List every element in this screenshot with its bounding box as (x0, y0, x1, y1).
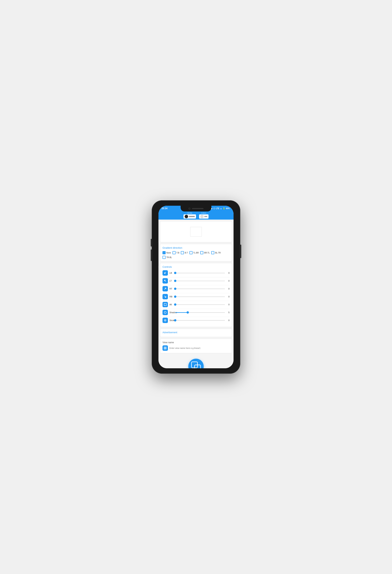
gradient-option-bt[interactable]: B-T (181, 251, 188, 254)
controls-section: Controls LB 0 (160, 263, 232, 327)
shadow-icon[interactable] (162, 310, 168, 315)
phone-screen: 20:34 ✉ ▶ ⬡ LTE ▲ 🔋 60% Stroke 000000 (158, 206, 234, 368)
gradient-option-tlbr[interactable]: TL-BR (189, 251, 199, 254)
notch (181, 206, 211, 211)
stroke-slider[interactable] (175, 320, 225, 321)
control-row-stroke: Stroke 0 (162, 318, 230, 323)
view-name-input-row (162, 345, 230, 351)
shadow-label: Shadow (169, 311, 174, 314)
stroke-color-box[interactable]: 000000 (183, 214, 196, 219)
svg-rect-4 (164, 347, 165, 348)
lt-slider[interactable] (175, 281, 225, 281)
control-row-rt: RT 0 (162, 286, 230, 291)
advertisement-title: Advertisement (162, 331, 230, 334)
gradient-option-trbl[interactable]: TR-BL (162, 256, 172, 259)
app-header: Stroke 000000 Color1 ### (158, 211, 234, 220)
all-slider[interactable] (175, 304, 225, 305)
svg-point-3 (165, 320, 166, 321)
option-label-none: None (166, 252, 171, 254)
battery-icon: 🔋 (223, 207, 225, 209)
color1-label: Color1 (201, 212, 206, 214)
lt-value: 0 (226, 280, 230, 282)
control-row-lb: LB 0 (162, 270, 230, 276)
lb-slider[interactable] (175, 273, 225, 273)
gradient-section: Gradient direction None T-B B-T (160, 244, 232, 261)
checkbox-bltr[interactable] (211, 251, 214, 254)
color1-color-box[interactable]: ### (199, 214, 209, 219)
rb-value: 0 (226, 295, 230, 298)
shadow-slider[interactable] (175, 312, 225, 313)
checkbox-tlbr[interactable] (189, 251, 193, 254)
volume-up-button[interactable] (151, 239, 152, 246)
view-name-input[interactable] (169, 347, 230, 349)
gradient-title: Gradient direction (162, 246, 230, 249)
all-value: 0 (226, 303, 230, 306)
view-name-icon (162, 345, 168, 351)
checkbox-brtl[interactable] (200, 251, 203, 254)
rt-label: RT (169, 287, 174, 290)
gradient-option-none[interactable]: None (162, 251, 171, 254)
preview-area (160, 221, 232, 242)
cast-status-icon: ⬡ (213, 207, 215, 209)
lb-label: LB (169, 272, 174, 274)
checkbox-trbl[interactable] (162, 256, 166, 259)
app-content[interactable]: Gradient direction None T-B B-T (158, 220, 234, 368)
control-row-shadow: Shadow 5 (162, 310, 230, 315)
control-row-lt: LT 0 (162, 278, 230, 284)
rt-slider[interactable] (175, 288, 225, 289)
stroke-color-text: 000000 (189, 216, 195, 217)
option-label-trbl: TR-BL (166, 256, 172, 259)
preview-rectangle (190, 227, 202, 237)
control-row-rb: RB 0 (162, 294, 230, 299)
status-time: 20:34 (161, 207, 168, 210)
checkbox-bt[interactable] (181, 251, 184, 254)
advertisement-section: Advertisement (160, 328, 232, 337)
lt-label: LT (169, 280, 174, 282)
svg-point-2 (164, 319, 166, 321)
gradient-option-tb[interactable]: T-B (173, 251, 179, 254)
color1-section: Color1 ### (199, 212, 209, 219)
shadow-value: 5 (226, 311, 230, 314)
app-logo (188, 359, 204, 368)
phone-device: 20:34 ✉ ▶ ⬡ LTE ▲ 🔋 60% Stroke 000000 (152, 200, 240, 374)
rt-value: 0 (226, 287, 230, 290)
battery-pct: 60% (226, 207, 230, 209)
lb-value: 0 (226, 272, 230, 274)
all-label: All (169, 303, 174, 306)
option-label-brtl: BR-TL (204, 252, 210, 254)
stroke-ctrl-icon[interactable] (162, 318, 168, 323)
power-button[interactable] (240, 245, 241, 258)
checkbox-tb[interactable] (173, 251, 176, 254)
color1-swatch (200, 215, 204, 218)
svg-rect-6 (164, 348, 165, 349)
view-name-label: View name (162, 341, 230, 344)
lb-icon[interactable] (162, 270, 168, 276)
lt-icon[interactable] (162, 278, 168, 284)
lte-label: LTE (216, 207, 219, 209)
all-icon[interactable] (162, 302, 168, 307)
status-icons: ✉ ▶ ⬡ LTE ▲ 🔋 60% (209, 207, 230, 209)
color1-value-text: ### (204, 216, 207, 217)
app-logo-section (158, 355, 234, 368)
option-label-tlbr: TL-BR (193, 252, 199, 254)
rt-icon[interactable] (162, 286, 168, 291)
gradient-option-bltr[interactable]: BL-TR (211, 251, 221, 254)
svg-rect-5 (165, 347, 166, 348)
stroke-section: Stroke 000000 (183, 212, 196, 219)
checkbox-none[interactable] (162, 251, 166, 254)
gradient-options: None T-B B-T TL-BR (162, 251, 230, 259)
rb-icon[interactable] (162, 294, 168, 299)
controls-title: Controls (162, 266, 230, 268)
stroke-ctrl-label: Stroke (169, 319, 174, 322)
rb-slider[interactable] (175, 296, 225, 297)
gradient-option-brtl[interactable]: BR-TL (200, 251, 210, 254)
option-label-tb: T-B (176, 252, 179, 254)
stroke-label: Stroke (187, 212, 192, 214)
notch-speaker (192, 208, 203, 209)
notch-camera (189, 208, 190, 209)
signal-icon: ▲ (220, 207, 222, 209)
stroke-color-swatch (185, 215, 188, 218)
rb-label: RB (169, 295, 174, 298)
volume-down-button[interactable] (151, 249, 152, 261)
svg-rect-7 (165, 348, 166, 349)
